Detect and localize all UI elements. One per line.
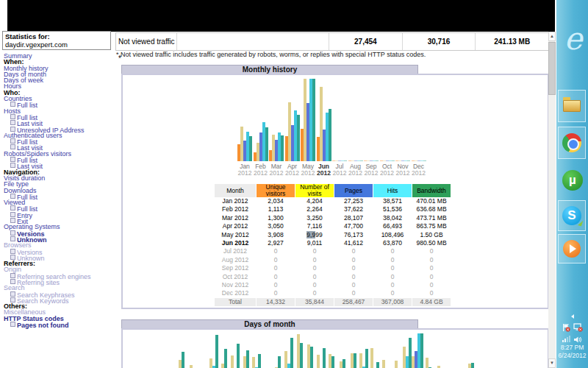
chart-bar — [323, 348, 326, 368]
sidebar-item-viewed[interactable]: Viewed — [4, 199, 114, 205]
x-axis-label: May2012 — [300, 163, 316, 176]
sidebar-item-browsers[interactable]: Browsers — [4, 242, 114, 248]
chart-bar — [376, 362, 379, 368]
network-signal-icon[interactable] — [562, 336, 570, 342]
network-error-icon[interactable] — [573, 323, 583, 332]
chart-bar — [426, 358, 429, 368]
sidebar-item-full-list[interactable]: Full list — [4, 205, 114, 211]
volume-icon[interactable] — [573, 336, 582, 344]
table-row: Jul 201200000 — [215, 247, 451, 255]
sidebar-item-search-keyphrases[interactable]: Search Keyphrases — [4, 291, 114, 297]
clock-time: 8:27 PM — [556, 344, 588, 352]
sidebar-item-origin[interactable]: Origin — [4, 266, 114, 272]
table-row: Nov 201200000 — [215, 281, 451, 289]
chart-bar — [365, 349, 368, 368]
chart-bar — [331, 356, 334, 368]
chart-bar — [359, 353, 362, 368]
x-axis-label: Feb2012 — [253, 163, 269, 176]
not-viewed-traffic-spacer — [176, 33, 329, 50]
scrollbar-up-arrow-icon[interactable]: ▲ — [548, 32, 556, 41]
list-grid-icon — [10, 120, 15, 125]
windows-taskbar: e µ S — [556, 0, 588, 368]
column-header: Bandwidth — [412, 184, 451, 197]
folder-icon — [563, 100, 581, 113]
chrome-icon[interactable] — [558, 127, 586, 159]
chart-bar — [215, 335, 218, 368]
table-row: Dec 201200000 — [215, 289, 451, 297]
chart-bar — [392, 160, 395, 161]
monthly-history-table: MonthUnique visitorsNumber of visitsPage… — [214, 184, 451, 306]
scrollbar-down-arrow-icon[interactable]: ▼ — [548, 358, 556, 368]
table-row: Mar 20121,3003,25028,10738,042473.71 MB — [215, 214, 451, 222]
column-header: Number of visits — [295, 184, 334, 197]
x-axis-label: Aug2012 — [348, 163, 364, 176]
not-viewed-traffic-footnote: * Not viewed traffic includes traffic ge… — [116, 51, 426, 58]
chart-bar — [370, 348, 373, 368]
not-viewed-traffic-label: Not viewed traffic * — [116, 33, 176, 50]
sidebar-item-countries[interactable]: Countries — [4, 96, 114, 102]
chart-bar — [329, 109, 331, 161]
list-grid-icon — [10, 138, 15, 144]
chart-bar — [360, 160, 363, 161]
list-grid-icon — [10, 218, 15, 223]
site-name: daydir.vgexpert.com — [5, 40, 108, 49]
sidebar-item-last-visit[interactable]: Last visit — [4, 120, 114, 126]
column-header: Hits — [373, 184, 412, 197]
not-viewed-traffic-row: Not viewed traffic * 27,454 30,716 241.1… — [115, 32, 549, 51]
scrollbar-thumb[interactable] — [548, 42, 556, 95]
days-of-month-box — [121, 328, 549, 368]
table-row: Apr 20123,0507,11647,70066,493863.75 MB — [215, 222, 451, 230]
sidebar-item-pages-not-found[interactable]: Pages not found — [4, 322, 114, 328]
list-grid-icon — [10, 297, 15, 302]
sidebar-item-authenticated-users[interactable]: Authenticated users — [4, 132, 114, 138]
chart-bar — [231, 355, 234, 368]
column-header: Pages — [334, 184, 373, 197]
not-viewed-bandwidth-value: 241.13 MB — [475, 33, 548, 50]
table-row: Aug 201200000 — [215, 256, 451, 264]
list-grid-icon — [10, 157, 15, 162]
not-viewed-pages-value: 27,454 — [329, 33, 402, 50]
sidebar-item-versions[interactable]: Versions — [4, 249, 114, 255]
utorrent-icon[interactable]: µ — [560, 166, 585, 194]
chart-bar — [265, 127, 268, 161]
list-grid-icon — [10, 144, 15, 149]
sidebar-item-full-list[interactable]: Full list — [4, 138, 114, 144]
list-grid-icon — [10, 212, 15, 217]
x-axis-label: Oct2012 — [379, 163, 395, 176]
media-player-icon[interactable] — [558, 234, 586, 263]
list-grid-icon — [10, 322, 15, 327]
sidebar-item-hosts[interactable]: Hosts — [4, 108, 114, 114]
chart-bar — [376, 160, 379, 161]
file-explorer-icon[interactable] — [558, 90, 586, 122]
skype-icon[interactable]: S — [558, 200, 586, 231]
list-grid-icon — [10, 114, 15, 119]
sidebar-item-referring-search-engines[interactable]: Referring search engines — [4, 273, 114, 279]
sidebar-item-hours[interactable]: Hours — [4, 83, 114, 89]
column-header: Unique visitors — [257, 184, 295, 197]
sidebar-item-versions[interactable]: Versions — [4, 230, 114, 236]
sidebar-item-full-list[interactable]: Full list — [4, 114, 114, 120]
x-axis-label: Nov2012 — [395, 163, 411, 176]
list-grid-icon — [10, 273, 15, 278]
action-center-flag-icon[interactable] — [562, 323, 570, 332]
sidebar-item-full-list[interactable]: Full list — [4, 157, 114, 163]
internet-explorer-icon[interactable]: e — [561, 22, 586, 56]
sidebar-item-entry[interactable]: Entry — [4, 212, 114, 218]
table-row: Feb 20121,1132,26437,62251,536636.68 MB — [215, 205, 451, 213]
chart-bar — [190, 365, 193, 368]
show-hidden-icons-arrow[interactable] — [571, 314, 574, 319]
chart-bar — [423, 160, 426, 161]
sidebar-item-operating-systems[interactable]: Operating Systems — [4, 224, 114, 230]
taskbar-clock[interactable]: 8:27 PM 6/24/2012 — [556, 344, 588, 360]
table-row: May 20123,9089,99976,173108,4961.50 GB — [215, 231, 451, 239]
chart-bar — [237, 344, 240, 368]
sidebar-item-downloads[interactable]: Downloads — [4, 188, 114, 194]
chart-bar — [344, 160, 347, 161]
sidebar-item-robots-spiders-visitors[interactable]: Robots/Spiders visitors — [4, 151, 114, 157]
table-row: Sep 201200000 — [215, 264, 451, 272]
sidebar-item-http-status-codes[interactable]: HTTP Status codes — [4, 316, 114, 322]
vertical-scrollbar[interactable]: ▲ ▼ — [548, 32, 556, 368]
chart-bar — [420, 333, 423, 368]
chrome-logo-icon — [562, 133, 581, 152]
list-grid-icon — [10, 194, 15, 199]
